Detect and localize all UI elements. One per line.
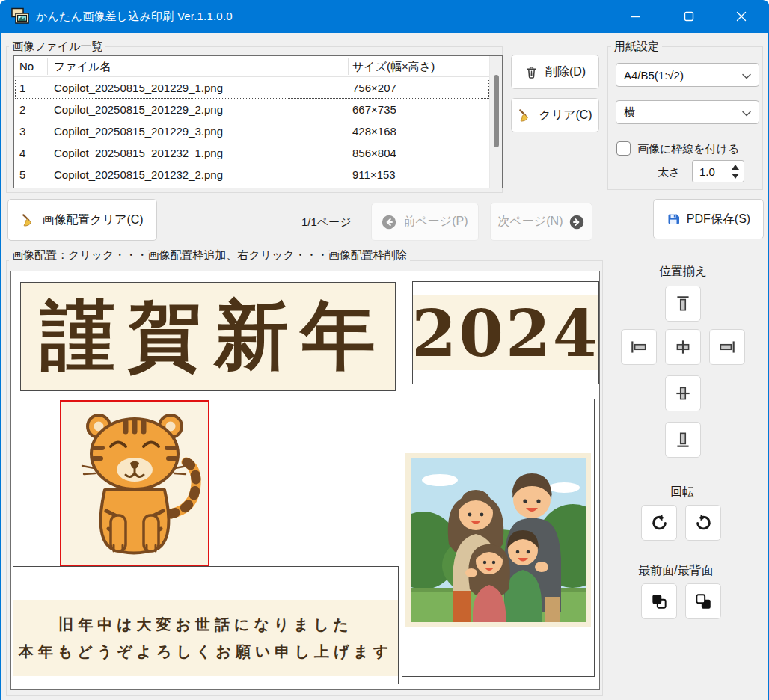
window-border <box>0 0 1 700</box>
thickness-input[interactable]: 1.0 <box>692 160 744 182</box>
align-right-button[interactable] <box>709 329 745 365</box>
align-center-h-icon <box>673 337 693 357</box>
align-center-horizontal-button[interactable] <box>665 329 701 365</box>
clear-button[interactable]: クリア(C) <box>511 98 599 132</box>
image-frame-message[interactable]: 旧年中は大変お世話になりました 本年もどうぞよろしくお願い申し上げます <box>13 566 399 684</box>
table-row[interactable]: 3 Copilot_20250815_201229_3.png 428×168 <box>14 121 490 143</box>
layout-group-label: 画像配置：クリック・・・画像配置枠追加、右クリック・・・画像配置枠削除 <box>9 248 410 262</box>
delete-button[interactable]: 削除(D) <box>511 55 599 89</box>
image-frame-year[interactable]: 2024 <box>412 281 599 384</box>
table-row[interactable]: 2 Copilot_20250815_201229_2.png 667×735 <box>14 99 490 121</box>
greeting-title-text: 謹賀新年 <box>40 286 387 387</box>
table-row[interactable]: 5 Copilot_20250815_201232_2.png 911×153 <box>14 165 490 186</box>
align-right-icon <box>717 337 737 357</box>
cell-size: 667×735 <box>352 103 396 116</box>
file-list-scrollbar[interactable] <box>489 56 502 188</box>
broom-icon <box>518 108 532 123</box>
titlebar: かんたん画像差し込み印刷 Ver.1.1.0.0 <box>0 0 769 33</box>
paper-size-value: A4/B5(1:√2) <box>624 69 684 82</box>
save-pdf-button-label: PDF保存(S) <box>687 212 750 227</box>
file-list[interactable]: No ファイル名 サイズ(幅×高さ) 1 Copilot_20250815_20… <box>13 55 503 188</box>
circle-arrow-left-icon <box>382 215 396 230</box>
paper-settings-group-label: 用紙設定 <box>611 40 662 54</box>
orientation-select[interactable]: 横 <box>616 100 759 124</box>
family-illustration <box>405 453 591 627</box>
image-frame-greeting-title[interactable]: 謹賀新年 <box>20 282 396 391</box>
circle-arrow-right-icon <box>569 215 584 230</box>
rotate-cw-icon <box>693 513 714 533</box>
save-pdf-button[interactable]: PDF保存(S) <box>653 199 764 239</box>
column-header-filename: ファイル名 <box>54 60 111 74</box>
prev-page-button-label: 前ページ(P) <box>403 214 468 230</box>
next-page-button[interactable]: 次ページ(N) <box>490 203 592 241</box>
paper-size-select[interactable]: A4/B5(1:√2) <box>616 63 759 87</box>
message-line1: 旧年中は大変お世話になりました <box>58 615 353 635</box>
year-text: 2024 <box>412 295 599 371</box>
cell-size: 856×804 <box>352 147 396 159</box>
align-left-icon <box>629 337 649 357</box>
cell-size: 428×168 <box>352 125 396 138</box>
thickness-spinner[interactable] <box>729 161 741 182</box>
layout-canvas[interactable]: 謹賀新年 2024 <box>10 271 600 690</box>
column-divider <box>47 58 48 75</box>
align-bottom-icon <box>673 430 693 449</box>
align-top-button[interactable] <box>665 286 701 322</box>
table-row[interactable]: 1 Copilot_20250815_201229_1.png 756×207 <box>14 78 490 99</box>
bring-to-front-icon <box>649 592 669 611</box>
image-border-checkbox-label: 画像に枠線を付ける <box>637 142 739 156</box>
align-center-vertical-button[interactable] <box>665 375 701 411</box>
chevron-down-icon <box>742 111 751 117</box>
window-title: かんたん画像差し込み印刷 Ver.1.1.0.0 <box>36 10 233 24</box>
next-page-button-label: 次ページ(N) <box>498 214 563 230</box>
cell-filename: Copilot_20250815_201232_2.png <box>54 168 223 181</box>
clear-layout-button[interactable]: 画像配置クリア(C) <box>7 199 157 241</box>
thickness-label: 太さ <box>658 165 680 179</box>
broom-icon <box>21 213 35 227</box>
cell-no: 1 <box>19 82 25 94</box>
column-divider <box>348 58 349 75</box>
maximize-button[interactable] <box>672 0 706 33</box>
rotate-section-label: 回転 <box>670 485 694 500</box>
column-header-size: サイズ(幅×高さ) <box>352 60 435 74</box>
cell-no: 5 <box>19 168 25 181</box>
cell-no: 2 <box>19 103 25 116</box>
align-bottom-button[interactable] <box>665 422 701 458</box>
maximize-icon <box>684 11 694 22</box>
send-to-back-icon <box>693 592 713 611</box>
close-icon <box>736 11 747 22</box>
column-header-no: No <box>19 60 34 73</box>
orientation-value: 横 <box>624 105 635 120</box>
send-to-back-button[interactable] <box>685 583 721 619</box>
clear-layout-button-label: 画像配置クリア(C) <box>42 212 143 228</box>
align-left-button[interactable] <box>621 329 657 365</box>
image-border-checkbox[interactable] <box>616 141 631 156</box>
zorder-section-label: 最前面/最背面 <box>638 563 713 579</box>
align-section-label: 位置揃え <box>659 264 707 280</box>
scrollbar-thumb[interactable] <box>494 75 499 147</box>
page-indicator: 1/1ページ <box>301 215 352 230</box>
cell-size: 911×153 <box>352 168 396 181</box>
spinner-down-icon[interactable] <box>732 174 739 179</box>
rotate-counterclockwise-button[interactable] <box>641 505 677 541</box>
tiger-illustration <box>61 402 208 565</box>
thickness-value: 1.0 <box>699 165 715 178</box>
rotate-ccw-icon <box>649 513 670 533</box>
floppy-disk-icon <box>667 212 680 226</box>
app-window: かんたん画像差し込み印刷 Ver.1.1.0.0 画像ファイル一覧 No ファイ… <box>0 0 769 700</box>
image-frame-tiger-selected[interactable] <box>60 400 209 567</box>
align-top-icon <box>673 294 693 313</box>
bring-to-front-button[interactable] <box>641 583 677 619</box>
spinner-up-icon[interactable] <box>732 165 739 170</box>
clear-button-label: クリア(C) <box>539 108 592 123</box>
cell-no: 4 <box>19 147 25 159</box>
image-frame-family[interactable] <box>402 399 595 677</box>
rotate-clockwise-button[interactable] <box>685 505 721 541</box>
chevron-down-icon <box>742 73 751 79</box>
align-center-v-icon <box>673 384 693 403</box>
prev-page-button[interactable]: 前ページ(P) <box>371 203 479 241</box>
close-button[interactable] <box>724 0 759 33</box>
cell-filename: Copilot_20250815_201229_3.png <box>54 125 223 138</box>
minimize-button[interactable] <box>619 0 653 33</box>
table-row[interactable]: 4 Copilot_20250815_201232_1.png 856×804 <box>14 143 490 165</box>
cell-no: 3 <box>19 125 25 138</box>
